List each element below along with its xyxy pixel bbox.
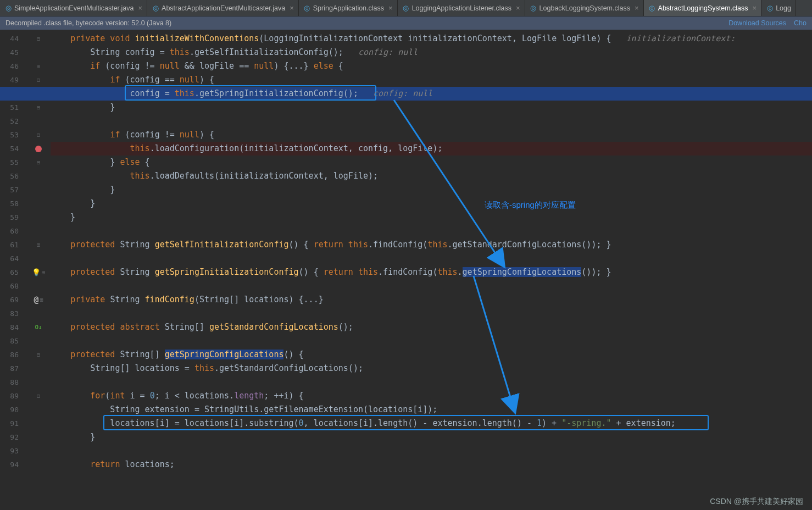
fold-icon[interactable]: ⊞ [37,63,40,69]
code-line[interactable]: protected String[] getSpringConfigLocati… [51,348,812,362]
close-icon[interactable]: × [138,4,142,12]
annotation-text: 读取含-spring的对应配置 [485,200,576,210]
close-icon[interactable]: × [635,4,639,12]
line-number: 83 [0,307,26,320]
line-number: 44 [0,32,26,46]
line-number: 51 [0,101,26,114]
line-number: 85 [0,334,26,348]
tab-label: Logg [776,4,791,12]
code-line[interactable]: if (config == null) { [51,73,812,87]
line-number: 59 [0,210,26,224]
code-line[interactable] [51,114,812,128]
line-number: 91 [0,417,26,430]
code-line[interactable] [51,334,812,348]
code-line[interactable]: private void initializeWithConventions(L… [51,32,812,46]
code-line[interactable]: this.loadDefaults(initializationContext,… [51,169,812,183]
code-line[interactable]: } [51,210,812,224]
line-number: 86 [0,348,26,362]
fold-icon[interactable]: ⊟ [37,77,40,83]
code-line[interactable] [51,375,812,389]
fold-icon[interactable]: ⊟ [37,36,40,42]
line-number: 55 [0,156,26,169]
class-icon: ◎ [766,4,774,12]
line-number: 69 [0,293,26,307]
class-icon: ◎ [152,4,159,12]
override-icon[interactable]: @ [34,295,38,305]
code-line[interactable]: for(int i = 0; i < locations.length; ++i… [51,389,812,403]
code-line[interactable]: protected abstract String[] getStandardC… [51,320,812,334]
class-icon: ◎ [648,4,656,12]
tab-springapplication[interactable]: ◎SpringApplication.class× [299,0,398,16]
line-number: 54 [0,142,26,156]
line-number: 52 [0,114,26,128]
fold-icon[interactable]: ⊟ [37,132,40,138]
fold-icon[interactable]: ⊞ [40,297,43,303]
line-number: 64 [0,252,26,265]
code-line[interactable]: return locations; [51,458,812,472]
line-number: 92 [0,430,26,444]
tab-overflow[interactable]: ◎Logg [761,0,796,16]
class-icon: ◎ [530,4,537,12]
code-line[interactable]: } [51,101,812,114]
breakpoint-icon[interactable] [35,146,42,152]
line-number: 46 [0,59,26,73]
code-line[interactable]: if (config != null) { [51,128,812,142]
code-line[interactable] [51,307,812,320]
code-line[interactable] [51,224,812,238]
fold-icon[interactable]: ⊞ [37,242,40,248]
close-icon[interactable]: × [388,4,393,12]
code-line[interactable] [51,279,812,293]
code-line[interactable]: String[] locations = this.getStandardCon… [51,362,812,375]
code-line[interactable]: String config = this.getSelfInitializati… [51,46,812,59]
close-icon[interactable]: × [516,4,520,12]
code-line[interactable] [51,252,812,265]
fold-icon[interactable]: ⊞ [42,269,45,275]
close-icon[interactable]: × [753,4,757,12]
gutter-marks: ⊟ ⊞ ⊟ ⊟ ⊟ ⊟ ⊞ 💡⊞ @⊞ O↓ ⊟ ⊟ [26,30,51,510]
class-icon: ◎ [4,4,12,12]
line-number: 87 [0,362,26,375]
fold-icon[interactable]: ⊟ [37,352,40,358]
intention-bulb-icon[interactable]: 💡 [32,268,41,276]
tab-logbackloggingsystem[interactable]: ◎LogbackLoggingSystem.class× [525,0,644,16]
fold-icon[interactable]: ⊟ [37,159,40,165]
code-line[interactable]: } [51,430,812,444]
code-line[interactable]: protected String getSpringInitialization… [51,265,812,279]
code-line[interactable]: } [51,197,812,210]
code-editor[interactable]: 44 45 46 49 50 51 52 53 54 55 56 57 58 5… [0,30,812,510]
line-number: 88 [0,375,26,389]
line-number: 53 [0,128,26,142]
tab-abstractappmulticaster[interactable]: ◎AbstractApplicationEventMulticaster.jav… [147,0,299,16]
line-gutter: 44 45 46 49 50 51 52 53 54 55 56 57 58 5… [0,30,26,510]
code-line[interactable]: if (config != null && logFile == null) {… [51,59,812,73]
fold-icon[interactable]: ⊟ [37,104,40,110]
overridden-icon[interactable]: O↓ [35,324,42,331]
fold-icon[interactable]: ⊟ [37,393,40,399]
code-line[interactable] [51,444,812,458]
tab-abstractloggingsystem[interactable]: ◎AbstractLoggingSystem.class× [644,0,762,16]
close-icon[interactable]: × [290,4,294,12]
code-line[interactable]: } [51,183,812,197]
class-icon: ◎ [402,4,410,12]
code-line[interactable]: config = this.getSpringInitializationCon… [51,87,812,101]
code-line[interactable]: private String findConfig(String[] locat… [51,293,812,307]
banner-message: Decompiled .class file, bytecode version… [5,19,171,27]
code-line[interactable]: locations[i] = locations[i].substring(0,… [51,417,812,430]
tab-bar: ◎SimpleApplicationEventMulticaster.java×… [0,0,812,16]
choose-sources-link[interactable]: Cho [794,19,807,27]
decompiled-banner: Decompiled .class file, bytecode version… [0,16,812,30]
line-number: 84 [0,320,26,334]
code-line[interactable]: this.loadConfiguration(initializationCon… [51,142,812,156]
line-number: 60 [0,224,26,238]
tab-simpleappmulticaster[interactable]: ◎SimpleApplicationEventMulticaster.java× [0,0,147,16]
line-number: 45 [0,46,26,59]
tab-loggingapplicationlistener[interactable]: ◎LoggingApplicationListener.class× [398,0,525,16]
code-line[interactable]: protected String getSelfInitializationCo… [51,238,812,252]
download-sources-link[interactable]: Download Sources [728,19,786,27]
line-number: 56 [0,169,26,183]
code-area[interactable]: private void initializeWithConventions(L… [51,30,812,510]
code-line[interactable]: String extension = StringUtils.getFilena… [51,403,812,417]
line-number: 68 [0,279,26,293]
code-line[interactable]: } else { [51,156,812,169]
line-number: 90 [0,403,26,417]
